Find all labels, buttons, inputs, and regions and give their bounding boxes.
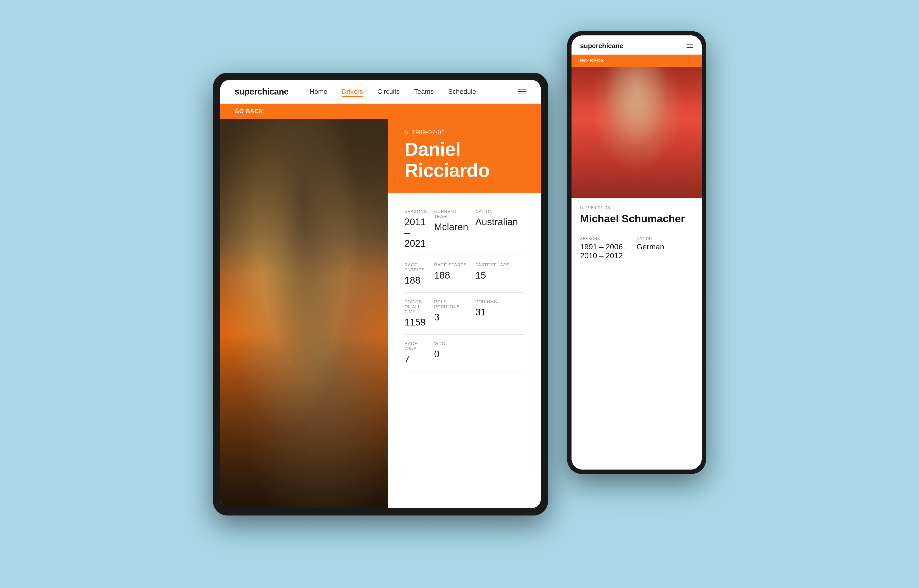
phone-hamburger-line-2: [686, 46, 693, 47]
stat-current-team-value: Mclaren: [434, 221, 468, 233]
stat-race-wins: RACE WINS 7: [404, 334, 434, 372]
tablet-nav-links: Home Drivers Circuits Teams Schedule: [309, 88, 476, 95]
tablet-driver-dob: b. 1989-07-01: [404, 129, 524, 136]
nav-item-drivers[interactable]: Drivers: [342, 88, 363, 95]
tablet-navbar: superchicane Home Drivers Circuits Teams…: [220, 80, 541, 103]
nav-link-drivers[interactable]: Drivers: [342, 88, 363, 97]
tablet-driver-photo: [220, 119, 388, 508]
nav-link-home[interactable]: Home: [309, 88, 327, 95]
hamburger-line-3: [518, 94, 527, 94]
stat-empty: [475, 334, 525, 372]
stat-seasons-value: 2011 – 2021: [404, 216, 427, 249]
tablet-brand-logo: superchicane: [234, 87, 289, 97]
phone-screen: superchicane GO BACK b. 1969-01-03 Micha…: [572, 36, 702, 470]
phone-go-back-bar[interactable]: GO BACK: [572, 55, 702, 67]
nav-link-teams[interactable]: Teams: [414, 88, 434, 95]
phone-stats-grid: SEASONS 1991 – 2006 ,2010 – 2012 NATION …: [580, 232, 693, 265]
phone-hamburger-line-3: [686, 47, 693, 48]
phone-stat-seasons-value: 1991 – 2006 ,2010 – 2012: [580, 242, 632, 260]
stat-race-starts-value: 188: [434, 270, 468, 281]
tablet-driver-stats: SEASONS 2011 – 2021 CURRENT TEAM Mclaren…: [388, 193, 541, 508]
stat-nation-value: Australian: [475, 216, 518, 227]
tablet-stats-grid: SEASONS 2011 – 2021 CURRENT TEAM Mclaren…: [404, 202, 524, 372]
tablet-main-content: b. 1989-07-01 Daniel Ricciardo SEASONS 2…: [220, 119, 541, 508]
phone-driver-info: b. 1969-01-03 Michael Schumacher SEASONS…: [572, 199, 702, 470]
stat-race-starts-label: RACE STARTS: [434, 263, 468, 268]
phone-stat-nation-label: NATION: [636, 237, 688, 241]
stat-fastest-laps-label: FASTEST LAPS: [475, 263, 518, 268]
tablet-device: superchicane Home Drivers Circuits Teams…: [213, 73, 548, 515]
stat-pole-positions: POLE POSITIONS 3: [434, 293, 475, 334]
nav-item-teams[interactable]: Teams: [414, 88, 434, 95]
tablet-driver-photo-placeholder: [220, 119, 388, 508]
stat-pole-positions-value: 3: [434, 312, 468, 323]
hamburger-line-1: [518, 89, 527, 89]
stat-wdc: WDC 0: [434, 334, 475, 372]
hamburger-menu-icon[interactable]: [518, 89, 527, 94]
tablet-go-back-bar[interactable]: GO BACK: [220, 103, 541, 119]
phone-device: superchicane GO BACK b. 1969-01-03 Micha…: [567, 31, 706, 474]
stat-seasons-label: SEASONS: [404, 209, 427, 214]
phone-driver-photo: [572, 67, 702, 199]
nav-item-home[interactable]: Home: [309, 88, 327, 95]
phone-stat-nation-value: German: [636, 242, 688, 251]
stat-points-value: 1159: [404, 317, 427, 328]
stat-wdc-value: 0: [434, 349, 468, 359]
stat-race-starts: RACE STARTS 188: [434, 256, 475, 293]
nav-link-circuits[interactable]: Circuits: [377, 88, 400, 95]
stat-current-team: CURRENT TEAM Mclaren: [434, 202, 475, 256]
nav-item-schedule[interactable]: Schedule: [448, 88, 476, 95]
phone-navbar: superchicane: [572, 36, 702, 55]
tablet-driver-info-panel: b. 1989-07-01 Daniel Ricciardo SEASONS 2…: [388, 119, 541, 508]
phone-stat-seasons: SEASONS 1991 – 2006 ,2010 – 2012: [580, 232, 636, 265]
phone-hamburger-icon[interactable]: [686, 44, 693, 48]
stat-race-wins-label: RACE WINS: [404, 341, 427, 351]
stat-fastest-laps: FASTEST LAPS 15: [475, 256, 525, 293]
phone-driver-name: Michael Schumacher: [580, 213, 693, 225]
tablet-driver-header: b. 1989-07-01 Daniel Ricciardo: [388, 119, 541, 193]
phone-stat-nation: NATION German: [636, 232, 693, 265]
stat-podiums: PODIUMS 31: [475, 293, 525, 334]
phone-driver-dob: b. 1969-01-03: [580, 205, 693, 211]
stat-points-all-time: POINTS OF ALL TIME 1159: [404, 293, 434, 334]
phone-hamburger-line-1: [686, 44, 693, 45]
stat-current-team-label: CURRENT TEAM: [434, 209, 468, 219]
tablet-go-back-text[interactable]: GO BACK: [234, 108, 263, 115]
stat-nation-label: NATION: [475, 209, 518, 214]
stat-podiums-label: PODIUMS: [475, 299, 518, 304]
stat-race-wins-value: 7: [404, 354, 427, 365]
stat-fastest-laps-value: 15: [475, 270, 518, 281]
stat-podiums-value: 31: [475, 307, 518, 318]
nav-link-schedule[interactable]: Schedule: [448, 88, 476, 95]
nav-item-circuits[interactable]: Circuits: [377, 88, 400, 95]
phone-go-back-text[interactable]: GO BACK: [580, 58, 604, 63]
stat-pole-positions-label: POLE POSITIONS: [434, 299, 468, 309]
stat-race-entries-value: 188: [404, 275, 427, 286]
stat-race-entries: RACE ENTRIES 188: [404, 256, 434, 293]
stat-points-label: POINTS OF ALL TIME: [404, 299, 427, 315]
tablet-driver-name: Daniel Ricciardo: [404, 139, 524, 181]
stat-wdc-label: WDC: [434, 341, 468, 346]
stat-seasons: SEASONS 2011 – 2021: [404, 202, 434, 256]
stat-nation: NATION Australian: [475, 202, 525, 256]
stat-race-entries-label: RACE ENTRIES: [404, 263, 427, 273]
phone-brand-logo: superchicane: [580, 42, 623, 50]
tablet-screen: superchicane Home Drivers Circuits Teams…: [220, 80, 541, 508]
hamburger-line-2: [518, 91, 527, 92]
phone-stat-seasons-label: SEASONS: [580, 237, 632, 241]
